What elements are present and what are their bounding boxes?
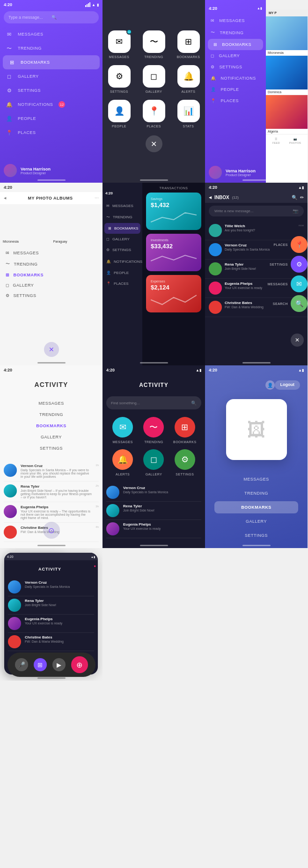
compose-23[interactable]: ✏ bbox=[300, 195, 304, 200]
search-bar-dark[interactable]: Find something... 🔍 bbox=[106, 396, 201, 409]
tab-photos[interactable]: 📷 PHOTOS bbox=[289, 137, 301, 144]
activity-vernon[interactable]: Vernon Cruz Daily Specials in Santa Moni… bbox=[4, 461, 99, 482]
nav3-gallery[interactable]: ◻ GALLERY bbox=[205, 50, 266, 61]
dark-act-rena[interactable]: Rena Tyler Join Bright Side Now! bbox=[8, 596, 94, 615]
back-23[interactable]: ◀ bbox=[209, 195, 212, 200]
search-23[interactable]: 🔍 bbox=[292, 195, 297, 200]
tab-feed[interactable]: ☰ FEED bbox=[272, 137, 280, 144]
radial-settings-icon: ⚙ bbox=[108, 65, 131, 88]
bottom-nav-mic[interactable]: 🎤 bbox=[15, 658, 28, 671]
fin-nav-settings[interactable]: ⚙ SETTINGS bbox=[103, 245, 142, 255]
thumb-dominica-img[interactable] bbox=[266, 56, 308, 89]
dark-act-eugenia[interactable]: Eugenia Phelps Your UX exercise is ready bbox=[8, 615, 94, 633]
new-message-bar[interactable]: Write a new message... 📷 bbox=[209, 206, 304, 216]
nav31-settings[interactable]: SETTINGS bbox=[0, 443, 103, 453]
nav3-messages[interactable]: ✉ MESSAGES bbox=[205, 15, 266, 26]
bottom-nav-grid[interactable]: ⊞ bbox=[34, 658, 47, 671]
back-icon[interactable]: ◀ bbox=[4, 196, 6, 200]
fin-nav-messages[interactable]: ✉ MESSAGES bbox=[103, 200, 142, 211]
nav-notifications[interactable]: 🔔 NOTIFICATIONS 12 bbox=[0, 97, 103, 111]
icon-settings-32[interactable]: ⚙ SETTINGS bbox=[172, 449, 198, 476]
close-x-button[interactable]: ✕ bbox=[291, 334, 304, 347]
fin-nav-gallery[interactable]: ◻ GALLERY bbox=[103, 234, 142, 245]
nav3-settings[interactable]: ⚙ SETTINGS bbox=[205, 61, 266, 73]
menu-icon[interactable]: ⋯ bbox=[95, 196, 99, 200]
nav3-places[interactable]: 📍 PLACES bbox=[205, 95, 266, 106]
act-dark-vernon[interactable]: Vernon Cruz Daily Specials in Santa Moni… bbox=[106, 483, 201, 502]
album-paraguay[interactable]: Paraguay bbox=[52, 206, 101, 244]
radial-alerts[interactable]: 🔔 ALERTS bbox=[175, 65, 203, 93]
radial-settings[interactable]: ⚙ SETTINGS bbox=[105, 65, 133, 93]
act-dark-name-vernon: Vernon Cruz bbox=[123, 486, 168, 490]
fin-nav-places[interactable]: 📍 PLACES bbox=[103, 278, 142, 289]
blue-nav-bookmarks[interactable]: BOOKMARKS bbox=[214, 501, 298, 513]
album-micronesia[interactable]: Micronesia bbox=[2, 206, 51, 244]
bottom-nav-video[interactable]: ▶ bbox=[52, 658, 66, 671]
blue-nav-trending[interactable]: TRENDING bbox=[214, 487, 298, 499]
blue-nav-settings[interactable]: SETTINGS bbox=[214, 529, 298, 542]
fin-nav-notifications[interactable]: 🔔 NOTIFICATIONS 12 bbox=[103, 255, 142, 267]
icon-trending-32[interactable]: 〜 TRENDING bbox=[141, 417, 166, 444]
nav-center-31: MESSAGES TRENDING BOOKMARKS GALLERY SETT… bbox=[0, 394, 103, 457]
activity-eugenia[interactable]: Eugenia Phelps Your UX exercise is ready… bbox=[4, 502, 99, 523]
investments-card[interactable]: Investments $33,432 bbox=[146, 234, 201, 271]
fin-nav-trending[interactable]: 〜 TRENDING bbox=[103, 211, 142, 223]
thumb-algeria-img[interactable] bbox=[266, 95, 308, 129]
act-dark-eugenia[interactable]: Eugenia Phelps Your UX exercise is ready bbox=[106, 520, 201, 538]
float-settings-btn[interactable]: ⚙ bbox=[291, 256, 308, 273]
radial-gallery[interactable]: ◻ GALLERY bbox=[140, 65, 168, 93]
radial-stats[interactable]: 📊 STATS bbox=[175, 100, 203, 128]
nav21-bookmarks[interactable]: ⊞ BOOKMARKS bbox=[0, 270, 103, 280]
fin-nav-people[interactable]: 👤 PEOPLE bbox=[103, 267, 142, 278]
dark-act-christine[interactable]: Christine Bates FW: Dan & Maria Wedding bbox=[8, 633, 94, 651]
act-dark-rena[interactable]: Rena Tyler Join Bright Side Now! bbox=[106, 502, 201, 520]
nav21-messages[interactable]: ✉ MESSAGES bbox=[0, 248, 103, 258]
nav21-gallery[interactable]: ◻ GALLERY bbox=[0, 280, 103, 290]
nav31-trending[interactable]: TRENDING bbox=[0, 409, 103, 420]
nav31-messages[interactable]: MESSAGES bbox=[0, 398, 103, 408]
nav31-bookmarks[interactable]: BOOKMARKS bbox=[0, 421, 103, 431]
icon-gallery-32[interactable]: ◻ GALLERY bbox=[141, 449, 166, 476]
nav21-trending[interactable]: 〜 TRENDING bbox=[0, 258, 103, 270]
nav3-bookmarks[interactable]: ⊞ BOOKMARKS bbox=[208, 39, 263, 50]
nav3-trending[interactable]: 〜 TRENDING bbox=[205, 26, 266, 39]
radial-people[interactable]: 👤 PEOPLE bbox=[105, 100, 133, 128]
nav-settings[interactable]: ⚙ SETTINGS bbox=[0, 83, 103, 97]
nav-messages[interactable]: ✉ MESSAGES bbox=[0, 27, 103, 41]
icon-alerts-32[interactable]: 🔔 ALERTS bbox=[110, 449, 135, 476]
radial-messages[interactable]: ✉ 12 MESSAGES bbox=[105, 30, 133, 59]
logout-button[interactable]: Logout bbox=[275, 380, 301, 390]
search-bar[interactable]: Type a message... 🔍 bbox=[4, 11, 99, 23]
float-search-btn[interactable]: 🔍 bbox=[291, 295, 308, 312]
savings-card[interactable]: Savings $1,432 bbox=[146, 193, 201, 230]
close-button[interactable]: ✕ bbox=[146, 135, 162, 152]
bottom-fab-action[interactable]: ⊕ bbox=[71, 656, 88, 673]
nav3-people[interactable]: 👤 PEOPLE bbox=[205, 84, 266, 95]
dark-act-vernon[interactable]: Vernon Cruz Daily Specials in Santa Moni… bbox=[8, 578, 94, 596]
nav-places[interactable]: 📍 PLACES bbox=[0, 126, 103, 140]
float-places-btn[interactable]: 📍 bbox=[291, 236, 308, 253]
blue-nav-messages[interactable]: MESSAGES bbox=[214, 473, 298, 485]
nav21-settings[interactable]: ⚙ SETTINGS bbox=[0, 290, 103, 301]
radial-places[interactable]: 📍 PLACES bbox=[140, 100, 168, 128]
radial-gallery-label: GALLERY bbox=[146, 90, 162, 93]
nav-bookmarks[interactable]: ⊞ BOOKMARKS bbox=[3, 55, 100, 69]
thumb-micronesia-img[interactable] bbox=[266, 16, 308, 50]
radial-bookmarks[interactable]: ⊞ BOOKMARKS bbox=[175, 30, 203, 59]
activity-rena[interactable]: Rena Tyler Join Bright Side Now! – If yo… bbox=[4, 482, 99, 502]
nav-trending[interactable]: 〜 TRENDING bbox=[0, 41, 103, 55]
icon-messages-32[interactable]: ✉ MESSAGES bbox=[110, 417, 135, 444]
fin-nav-bookmarks[interactable]: ⊞ BOOKMARKS bbox=[104, 223, 140, 234]
nav-people[interactable]: 👤 PEOPLE bbox=[0, 111, 103, 126]
nav-gallery[interactable]: ◻ GALLERY bbox=[0, 69, 103, 83]
blue-nav-gallery[interactable]: GALLERY bbox=[214, 515, 298, 527]
nav3-notifications[interactable]: 🔔 NOTIFICATIONS bbox=[205, 73, 266, 84]
fab-close[interactable]: ✕ bbox=[44, 342, 59, 357]
nav31-gallery[interactable]: GALLERY bbox=[0, 432, 103, 442]
fab-activity[interactable]: ⊙ bbox=[43, 522, 60, 539]
radial-trending[interactable]: 〜 TRENDING bbox=[140, 30, 168, 59]
expenses-card[interactable]: Expenses $2,124 bbox=[146, 275, 201, 312]
icon-bookmarks-32[interactable]: ⊞ BOOKMARKS bbox=[172, 417, 198, 444]
float-messages-btn[interactable]: ✉ bbox=[291, 275, 308, 292]
home-indicator-32 bbox=[140, 545, 168, 546]
